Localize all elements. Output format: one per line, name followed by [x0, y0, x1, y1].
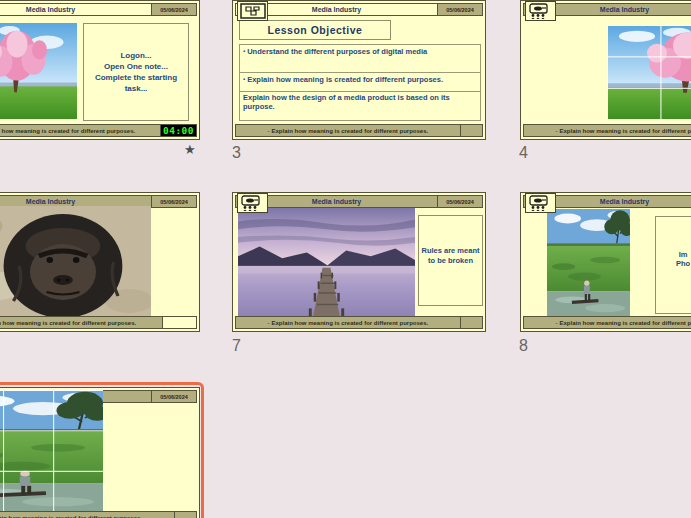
gorilla-photo	[0, 206, 151, 316]
slide-date: 05/06/2024	[151, 391, 196, 402]
rule-of-thirds-grid	[607, 25, 691, 119]
footer-number-cell	[162, 317, 196, 328]
rules-callout-text: Rules are meant to be broken	[422, 246, 480, 265]
starter-line-1: Logon...	[120, 50, 151, 61]
slide-thumbnail-2[interactable]: Media Industry 05/06/2024	[0, 0, 200, 140]
slide-number-7: 7	[232, 337, 241, 355]
slide-footer: · Explain how meaning is created for dif…	[523, 316, 691, 329]
slide-number-4: 4	[519, 144, 528, 162]
objectives-box: ▪Understand the different purposes of di…	[239, 44, 481, 121]
lake-jetty-photo	[238, 208, 415, 319]
slide-thumbnail-10-selected[interactable]: Media Industry 05/06/2024	[0, 387, 200, 518]
clipped-callout-line-2: Pho	[676, 259, 690, 268]
objective-3: Explain how the design of a media produc…	[243, 93, 450, 111]
starter-line-2: Open One note...	[104, 61, 168, 72]
presentation-audience-icon	[525, 193, 556, 213]
slide-thumbnail-8[interactable]: Media Industry 05/06/2024	[520, 192, 691, 332]
slide-title: Media Industry	[0, 4, 151, 15]
rule-of-thirds-grid	[0, 390, 103, 511]
countdown-timer: 04:00	[160, 125, 196, 136]
presentation-audience-icon	[237, 193, 268, 213]
slide-date: 05/06/2024	[437, 196, 482, 207]
slide-date: 05/06/2024	[151, 196, 196, 207]
slide-thumbnail-3[interactable]: Media Industry 05/06/2024 Lesson Objecti…	[232, 0, 486, 140]
objective-row: ▪Explain how meaning is created for diff…	[240, 73, 480, 92]
clipped-callout-line-1: Im	[676, 250, 690, 259]
slide-thumbnail-4[interactable]: Media Industry 05/06/2024	[520, 0, 691, 140]
slide-footer: · Explain how meaning is created for dif…	[523, 124, 691, 137]
clipped-callout-textbox: Im Pho	[655, 216, 691, 314]
slide-header: Media Industry 05/06/2024	[235, 3, 483, 16]
footer-number-cell	[460, 317, 482, 328]
presentation-audience-icon	[525, 1, 556, 21]
slide-number-8: 8	[519, 337, 528, 355]
slide-date: 05/06/2024	[437, 4, 482, 15]
field-figure-photo	[547, 209, 630, 316]
bullet-glyph: ▪	[243, 48, 245, 54]
puzzle-icon	[237, 1, 268, 21]
lesson-objective-title: Lesson Objective	[239, 20, 391, 40]
slide-header: Media Industry 05/06/2024	[235, 195, 483, 208]
footer-text: · Explain how meaning is created for dif…	[0, 125, 160, 136]
slide-footer: · Explain how meaning is created for dif…	[0, 511, 197, 518]
objective-row: ▪Understand the different purposes of di…	[240, 45, 480, 73]
field-grid-photo	[0, 390, 103, 511]
blossom-photo	[0, 23, 77, 119]
slide-thumbnail-6[interactable]: Media Industry 05/06/2024	[0, 192, 200, 332]
footer-text: · Explain how meaning is created for dif…	[0, 317, 162, 328]
slide-number-3: 3	[232, 144, 241, 162]
footer-text: · Explain how meaning is created for dif…	[0, 512, 174, 518]
slide-thumbnail-7[interactable]: Media Industry 05/06/2024	[232, 192, 486, 332]
footer-text: · Explain how meaning is created for dif…	[524, 317, 691, 328]
blossom-grid-photo	[607, 25, 691, 119]
slide-date: 05/06/2024	[151, 4, 196, 15]
footer-number-cell	[460, 125, 482, 136]
footer-text: · Explain how meaning is created for dif…	[236, 317, 460, 328]
animation-star-icon[interactable]: ★	[184, 143, 196, 156]
slide-footer: · Explain how meaning is created for dif…	[0, 124, 197, 137]
starter-line-3: Complete the starting task...	[84, 72, 188, 94]
objective-row: Explain how the design of a media produc…	[240, 92, 480, 119]
starter-task-textbox: Logon... Open One note... Complete the s…	[83, 23, 189, 121]
footer-text: · Explain how meaning is created for dif…	[236, 125, 460, 136]
footer-number-cell	[174, 512, 196, 518]
slide-footer: · Explain how meaning is created for dif…	[0, 316, 197, 329]
slide-sorter-canvas: Media Industry 05/06/2024	[0, 0, 691, 518]
slide-footer: · Explain how meaning is created for dif…	[235, 316, 483, 329]
slide-footer: · Explain how meaning is created for dif…	[235, 124, 483, 137]
objective-1: Understand the different purposes of dig…	[247, 47, 427, 56]
bullet-glyph: ▪	[243, 76, 245, 82]
objective-2: Explain how meaning is created for diffe…	[247, 75, 443, 84]
slide-header: Media Industry 05/06/2024	[0, 3, 197, 16]
footer-text: · Explain how meaning is created for dif…	[524, 125, 691, 136]
rules-callout-textbox: Rules are meant to be broken	[418, 215, 483, 306]
